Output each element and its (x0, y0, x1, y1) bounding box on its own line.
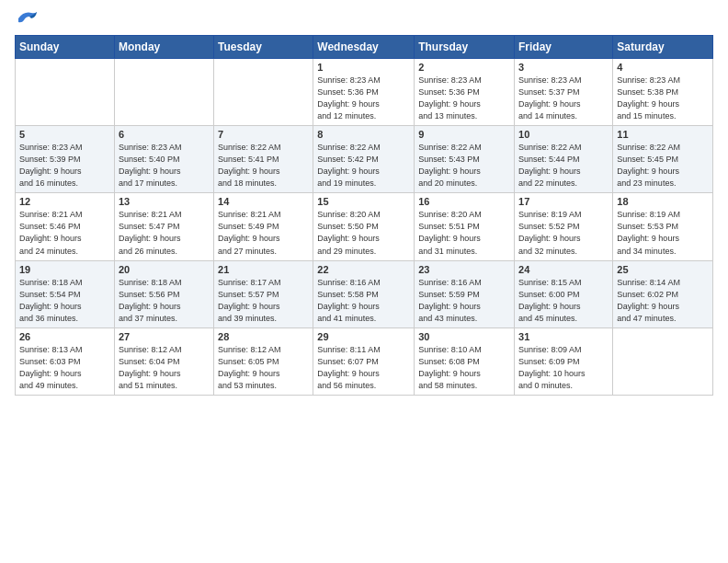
day-number: 2 (418, 62, 510, 73)
weekday-header: Wednesday (313, 36, 415, 59)
day-number: 28 (218, 331, 309, 342)
calendar-cell: 25Sunrise: 8:14 AM Sunset: 6:02 PM Dayli… (613, 260, 713, 327)
header (15, 9, 713, 28)
weekday-header: Saturday (613, 36, 713, 59)
day-info: Sunrise: 8:17 AM Sunset: 5:57 PM Dayligh… (218, 277, 309, 325)
calendar-cell: 17Sunrise: 8:19 AM Sunset: 5:52 PM Dayli… (515, 193, 613, 260)
weekday-header: Sunday (16, 36, 115, 59)
day-info: Sunrise: 8:23 AM Sunset: 5:36 PM Dayligh… (317, 75, 410, 122)
day-number: 20 (119, 264, 210, 275)
calendar-cell: 23Sunrise: 8:16 AM Sunset: 5:59 PM Dayli… (415, 260, 515, 327)
day-number: 11 (617, 129, 709, 140)
page: SundayMondayTuesdayWednesdayThursdayFrid… (0, 0, 728, 563)
day-info: Sunrise: 8:23 AM Sunset: 5:37 PM Dayligh… (518, 75, 609, 122)
day-info: Sunrise: 8:21 AM Sunset: 5:46 PM Dayligh… (19, 209, 110, 257)
day-number: 1 (317, 62, 410, 73)
calendar-cell: 7Sunrise: 8:22 AM Sunset: 5:41 PM Daylig… (214, 126, 313, 193)
calendar-cell: 1Sunrise: 8:23 AM Sunset: 5:36 PM Daylig… (313, 59, 415, 126)
day-number: 9 (418, 129, 510, 140)
calendar-cell: 26Sunrise: 8:13 AM Sunset: 6:03 PM Dayli… (16, 327, 115, 395)
day-number: 26 (19, 331, 110, 342)
calendar-cell: 30Sunrise: 8:10 AM Sunset: 6:08 PM Dayli… (415, 327, 515, 395)
calendar-cell: 13Sunrise: 8:21 AM Sunset: 5:47 PM Dayli… (114, 193, 213, 260)
logo (15, 9, 39, 28)
calendar-cell: 3Sunrise: 8:23 AM Sunset: 5:37 PM Daylig… (515, 59, 613, 126)
day-number: 29 (317, 331, 410, 342)
day-info: Sunrise: 8:19 AM Sunset: 5:53 PM Dayligh… (617, 209, 709, 257)
weekday-header: Tuesday (214, 36, 313, 59)
day-info: Sunrise: 8:23 AM Sunset: 5:39 PM Dayligh… (19, 142, 110, 190)
calendar: SundayMondayTuesdayWednesdayThursdayFrid… (15, 35, 713, 396)
logo-bird-icon (17, 9, 39, 28)
day-info: Sunrise: 8:18 AM Sunset: 5:54 PM Dayligh… (19, 277, 110, 325)
day-info: Sunrise: 8:12 AM Sunset: 6:04 PM Dayligh… (119, 344, 210, 392)
day-info: Sunrise: 8:09 AM Sunset: 6:09 PM Dayligh… (518, 344, 609, 392)
calendar-cell: 20Sunrise: 8:18 AM Sunset: 5:56 PM Dayli… (114, 260, 213, 327)
day-info: Sunrise: 8:23 AM Sunset: 5:38 PM Dayligh… (617, 75, 709, 122)
day-number: 27 (119, 331, 210, 342)
day-number: 8 (317, 129, 410, 140)
calendar-cell: 18Sunrise: 8:19 AM Sunset: 5:53 PM Dayli… (613, 193, 713, 260)
calendar-cell: 11Sunrise: 8:22 AM Sunset: 5:45 PM Dayli… (613, 126, 713, 193)
calendar-week-row: 26Sunrise: 8:13 AM Sunset: 6:03 PM Dayli… (16, 327, 713, 395)
day-number: 6 (119, 129, 210, 140)
day-number: 14 (218, 196, 309, 207)
day-info: Sunrise: 8:22 AM Sunset: 5:44 PM Dayligh… (518, 142, 609, 190)
day-number: 15 (317, 196, 410, 207)
calendar-cell: 24Sunrise: 8:15 AM Sunset: 6:00 PM Dayli… (515, 260, 613, 327)
calendar-cell (114, 59, 213, 126)
weekday-header: Monday (114, 36, 213, 59)
day-number: 16 (418, 196, 510, 207)
day-info: Sunrise: 8:21 AM Sunset: 5:49 PM Dayligh… (218, 209, 309, 257)
day-info: Sunrise: 8:20 AM Sunset: 5:50 PM Dayligh… (317, 209, 410, 257)
calendar-cell: 6Sunrise: 8:23 AM Sunset: 5:40 PM Daylig… (114, 126, 213, 193)
calendar-cell: 29Sunrise: 8:11 AM Sunset: 6:07 PM Dayli… (313, 327, 415, 395)
day-number: 4 (617, 62, 709, 73)
calendar-cell: 28Sunrise: 8:12 AM Sunset: 6:05 PM Dayli… (214, 327, 313, 395)
day-info: Sunrise: 8:10 AM Sunset: 6:08 PM Dayligh… (418, 344, 510, 392)
day-info: Sunrise: 8:13 AM Sunset: 6:03 PM Dayligh… (19, 344, 110, 392)
weekday-header: Friday (515, 36, 613, 59)
calendar-cell: 10Sunrise: 8:22 AM Sunset: 5:44 PM Dayli… (515, 126, 613, 193)
day-info: Sunrise: 8:20 AM Sunset: 5:51 PM Dayligh… (418, 209, 510, 257)
day-info: Sunrise: 8:22 AM Sunset: 5:43 PM Dayligh… (418, 142, 510, 190)
day-number: 17 (518, 196, 609, 207)
day-number: 10 (518, 129, 609, 140)
day-number: 25 (617, 264, 709, 275)
day-info: Sunrise: 8:12 AM Sunset: 6:05 PM Dayligh… (218, 344, 309, 392)
calendar-header-row: SundayMondayTuesdayWednesdayThursdayFrid… (16, 36, 713, 59)
day-number: 23 (418, 264, 510, 275)
day-number: 5 (19, 129, 110, 140)
day-number: 12 (19, 196, 110, 207)
calendar-cell: 9Sunrise: 8:22 AM Sunset: 5:43 PM Daylig… (415, 126, 515, 193)
calendar-cell: 12Sunrise: 8:21 AM Sunset: 5:46 PM Dayli… (16, 193, 115, 260)
calendar-week-row: 19Sunrise: 8:18 AM Sunset: 5:54 PM Dayli… (16, 260, 713, 327)
calendar-cell: 2Sunrise: 8:23 AM Sunset: 5:36 PM Daylig… (415, 59, 515, 126)
calendar-week-row: 12Sunrise: 8:21 AM Sunset: 5:46 PM Dayli… (16, 193, 713, 260)
day-number: 21 (218, 264, 309, 275)
calendar-cell: 5Sunrise: 8:23 AM Sunset: 5:39 PM Daylig… (16, 126, 115, 193)
day-number: 13 (119, 196, 210, 207)
calendar-cell (214, 59, 313, 126)
day-info: Sunrise: 8:11 AM Sunset: 6:07 PM Dayligh… (317, 344, 410, 392)
day-number: 31 (518, 331, 609, 342)
calendar-week-row: 1Sunrise: 8:23 AM Sunset: 5:36 PM Daylig… (16, 59, 713, 126)
day-info: Sunrise: 8:16 AM Sunset: 5:59 PM Dayligh… (418, 277, 510, 325)
day-info: Sunrise: 8:14 AM Sunset: 6:02 PM Dayligh… (617, 277, 709, 325)
day-info: Sunrise: 8:23 AM Sunset: 5:40 PM Dayligh… (119, 142, 210, 190)
day-info: Sunrise: 8:22 AM Sunset: 5:41 PM Dayligh… (218, 142, 309, 190)
calendar-cell: 19Sunrise: 8:18 AM Sunset: 5:54 PM Dayli… (16, 260, 115, 327)
calendar-cell: 4Sunrise: 8:23 AM Sunset: 5:38 PM Daylig… (613, 59, 713, 126)
day-number: 30 (418, 331, 510, 342)
calendar-cell: 16Sunrise: 8:20 AM Sunset: 5:51 PM Dayli… (415, 193, 515, 260)
day-number: 24 (518, 264, 609, 275)
calendar-week-row: 5Sunrise: 8:23 AM Sunset: 5:39 PM Daylig… (16, 126, 713, 193)
day-info: Sunrise: 8:22 AM Sunset: 5:42 PM Dayligh… (317, 142, 410, 190)
weekday-header: Thursday (415, 36, 515, 59)
calendar-cell: 21Sunrise: 8:17 AM Sunset: 5:57 PM Dayli… (214, 260, 313, 327)
calendar-cell (16, 59, 115, 126)
calendar-cell (613, 327, 713, 395)
day-number: 3 (518, 62, 609, 73)
day-info: Sunrise: 8:19 AM Sunset: 5:52 PM Dayligh… (518, 209, 609, 257)
day-number: 22 (317, 264, 410, 275)
